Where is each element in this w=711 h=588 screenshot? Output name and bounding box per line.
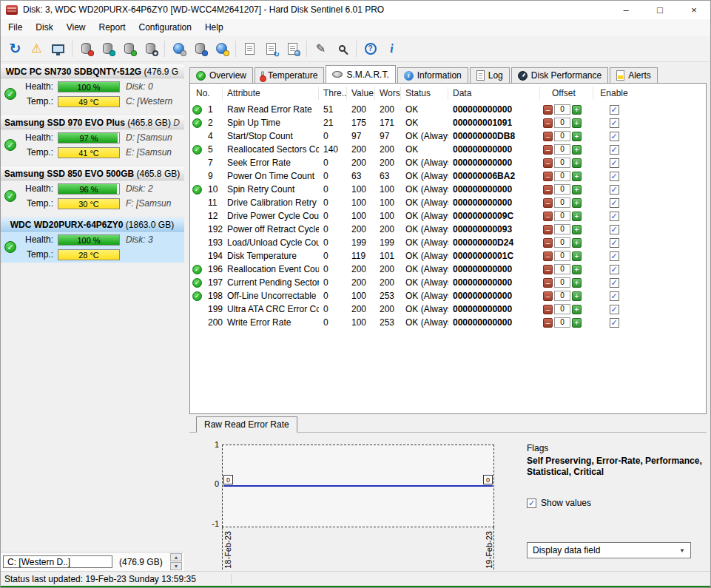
monitor-message-icon[interactable] xyxy=(48,38,68,58)
report-icon[interactable] xyxy=(240,38,260,58)
menu-item[interactable]: Configuration xyxy=(132,20,198,35)
offset-increase-button[interactable]: + xyxy=(572,251,582,261)
offset-decrease-button[interactable]: – xyxy=(543,118,553,128)
scroll-down-button[interactable]: ▼ xyxy=(170,562,182,570)
offset-decrease-button[interactable]: – xyxy=(543,158,553,168)
disk-entry[interactable]: WDC PC SN730 SDBQNTY-512G (476.9 G Healt… xyxy=(0,64,184,109)
offset-increase-button[interactable]: + xyxy=(572,278,582,288)
smart-attribute-row[interactable]: 12 Drive Power Cycle Count 0 100 100 OK … xyxy=(190,209,706,223)
about-icon[interactable] xyxy=(382,38,402,58)
tab-overview[interactable]: Overview xyxy=(189,67,253,83)
report-web-icon[interactable] xyxy=(283,38,303,58)
enable-checkbox[interactable] xyxy=(610,291,619,301)
smart-attribute-row[interactable]: 10 Spin Retry Count 0 100 100 OK (Always… xyxy=(190,183,706,196)
offset-decrease-button[interactable]: – xyxy=(543,265,553,274)
enable-checkbox[interactable] xyxy=(610,225,619,234)
offset-increase-button[interactable]: + xyxy=(572,198,582,208)
offset-decrease-button[interactable]: – xyxy=(543,105,553,115)
disk-test-icon[interactable] xyxy=(119,38,139,58)
offset-increase-button[interactable]: + xyxy=(572,291,582,301)
offset-decrease-button[interactable]: – xyxy=(543,185,553,195)
tab-alerts[interactable]: Alerts xyxy=(610,67,658,83)
offset-increase-button[interactable]: + xyxy=(572,158,582,168)
offset-decrease-button[interactable]: – xyxy=(543,145,553,155)
menu-item[interactable]: View xyxy=(60,20,92,35)
menu-item[interactable]: Report xyxy=(92,20,132,35)
offset-increase-button[interactable]: + xyxy=(572,185,582,195)
report-refresh-icon[interactable]: ↻ xyxy=(261,38,281,58)
menu-item[interactable]: File xyxy=(1,20,29,35)
offset-increase-button[interactable]: + xyxy=(572,172,582,181)
tab-disk-performance[interactable]: Disk Performance xyxy=(511,67,608,83)
smart-attribute-row[interactable]: 1 Raw Read Error Rate 51 200 200 OK 0000… xyxy=(190,103,706,116)
enable-checkbox[interactable] xyxy=(610,265,619,274)
enable-checkbox[interactable] xyxy=(610,185,619,195)
maximize-button[interactable]: □ xyxy=(643,0,677,19)
enable-checkbox[interactable] xyxy=(610,145,619,155)
smart-attribute-row[interactable]: 193 Load/Unload Cycle Cou... 0 199 199 O… xyxy=(190,236,706,249)
enable-checkbox[interactable] xyxy=(610,212,619,221)
detail-tab[interactable]: Raw Read Error Rate xyxy=(196,416,297,433)
smart-attribute-row[interactable]: 200 Write Error Rate 0 100 253 OK (Alway… xyxy=(190,316,706,329)
smart-attribute-row[interactable]: 4 Start/Stop Count 0 97 97 OK (Always...… xyxy=(190,129,706,143)
enable-checkbox[interactable] xyxy=(610,118,619,128)
offset-increase-button[interactable]: + xyxy=(572,305,582,314)
network-status-icon[interactable] xyxy=(212,38,232,58)
offset-increase-button[interactable]: + xyxy=(572,212,582,221)
offset-increase-button[interactable]: + xyxy=(572,132,582,141)
offset-decrease-button[interactable]: – xyxy=(543,238,553,248)
offset-increase-button[interactable]: + xyxy=(572,145,582,155)
disk-entry[interactable]: Samsung SSD 970 EVO Plus (465.8 GB) D He… xyxy=(0,115,184,160)
offset-decrease-button[interactable]: – xyxy=(543,132,553,141)
disk-warning-icon[interactable]: ⚠ xyxy=(27,38,47,58)
offset-decrease-button[interactable]: – xyxy=(543,172,553,181)
smart-attribute-row[interactable]: 2 Spin Up Time 21 175 171 OK 00000000109… xyxy=(190,116,706,129)
smart-attribute-row[interactable]: 197 Current Pending Sector... 0 200 200 … xyxy=(190,276,706,289)
offset-increase-button[interactable]: + xyxy=(572,265,582,274)
display-data-field-dropdown[interactable]: Display data field ▼ xyxy=(527,542,691,558)
help-icon[interactable] xyxy=(360,38,380,58)
show-values-option[interactable]: Show values xyxy=(527,498,591,508)
close-button[interactable]: × xyxy=(677,0,711,19)
enable-checkbox[interactable] xyxy=(610,318,619,328)
offset-increase-button[interactable]: + xyxy=(572,118,582,128)
smart-attribute-row[interactable]: 11 Drive Calibration Retry ... 0 100 100… xyxy=(190,196,706,209)
disk-accept-icon[interactable] xyxy=(98,38,118,58)
tab-log[interactable]: Log xyxy=(470,67,510,83)
disk-entry[interactable]: Samsung SSD 850 EVO 500GB (465.8 GB) Hea… xyxy=(0,166,184,212)
partition-item[interactable]: C: [Western D..] xyxy=(3,555,112,568)
disk-transfer-icon[interactable] xyxy=(190,38,210,58)
offset-increase-button[interactable]: + xyxy=(572,318,582,328)
enable-checkbox[interactable] xyxy=(610,158,619,168)
offset-decrease-button[interactable]: – xyxy=(543,318,553,328)
offset-decrease-button[interactable]: – xyxy=(543,225,553,234)
disk-remove-icon[interactable] xyxy=(76,38,96,58)
offset-decrease-button[interactable]: – xyxy=(543,251,553,261)
offset-decrease-button[interactable]: – xyxy=(543,198,553,208)
refresh-icon[interactable]: ↻ xyxy=(5,38,25,58)
enable-checkbox[interactable] xyxy=(610,132,619,141)
enable-checkbox[interactable] xyxy=(610,278,619,288)
smart-attribute-row[interactable]: 5 Reallocated Sectors Co... 140 200 200 … xyxy=(190,143,706,156)
smart-attribute-row[interactable]: 9 Power On Time Count 0 63 63 OK (Always… xyxy=(190,169,706,183)
show-values-checkbox[interactable] xyxy=(527,499,536,508)
offset-increase-button[interactable]: + xyxy=(572,105,582,115)
smart-attribute-row[interactable]: 196 Reallocation Event Count 0 200 200 O… xyxy=(190,263,706,276)
smart-attribute-row[interactable]: 199 Ultra ATA CRC Error Co... 0 200 200 … xyxy=(190,303,706,316)
smart-attribute-row[interactable]: 7 Seek Error Rate 0 200 200 OK (Always..… xyxy=(190,156,706,169)
disk-search-icon[interactable] xyxy=(141,38,161,58)
menu-item[interactable]: Help xyxy=(198,20,230,35)
network-disk-icon[interactable] xyxy=(169,38,189,58)
tab-temperature[interactable]: Temperature xyxy=(255,67,324,83)
offset-decrease-button[interactable]: – xyxy=(543,305,553,314)
minimize-button[interactable]: – xyxy=(609,0,643,19)
seek-test-icon[interactable] xyxy=(332,38,352,58)
offset-increase-button[interactable]: + xyxy=(572,238,582,248)
tab-smart[interactable]: S.M.A.R.T. xyxy=(326,65,395,83)
menu-item[interactable]: Disk xyxy=(29,20,59,35)
offset-decrease-button[interactable]: – xyxy=(543,278,553,288)
disk-entry[interactable]: WDC WD20PURX-64P6ZY0 (1863.0 GB) Health:… xyxy=(0,217,184,263)
enable-checkbox[interactable] xyxy=(610,305,619,314)
enable-checkbox[interactable] xyxy=(610,251,619,261)
smart-attribute-row[interactable]: 198 Off-Line Uncorrectable ... 0 100 253… xyxy=(190,289,706,303)
